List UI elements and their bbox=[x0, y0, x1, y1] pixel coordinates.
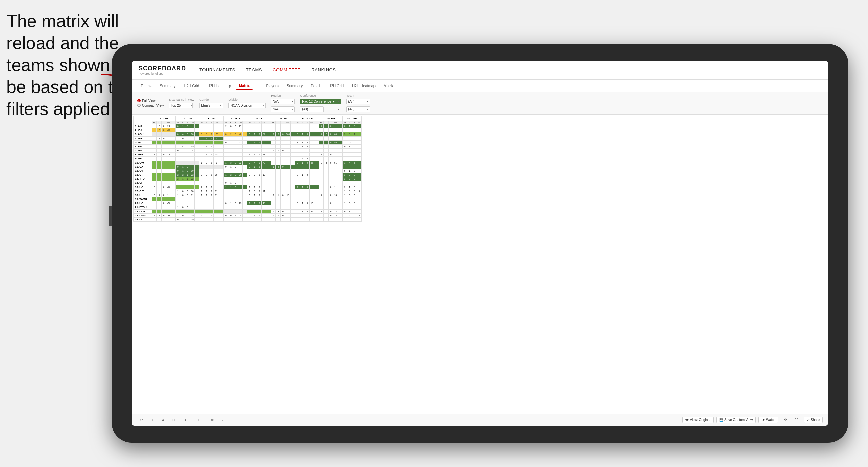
row-label: 13. UT bbox=[134, 173, 152, 177]
max-teams-select[interactable]: Top 25 Top 10 Top 50 bbox=[169, 103, 193, 108]
matrix-cell bbox=[214, 205, 219, 210]
matrix-cell bbox=[262, 145, 266, 149]
matrix-cell bbox=[347, 218, 352, 222]
matrix-cell bbox=[352, 137, 357, 141]
matrix-cell: 2 bbox=[224, 124, 228, 128]
matrix-cell bbox=[238, 205, 243, 210]
matrix-cell: 0 bbox=[257, 141, 262, 145]
sub-nav-detail[interactable]: Detail bbox=[307, 82, 323, 89]
conference-select[interactable]: Pac-12 Conference ▼ (All) bbox=[300, 99, 341, 104]
matrix-cell bbox=[314, 185, 319, 189]
matrix-area[interactable]: 3. ASU 10. UW 11. UA 22. UCB 24. UO 27. … bbox=[132, 115, 828, 414]
sub-nav-player-matrix[interactable]: Matrix bbox=[380, 82, 397, 89]
tablet-button bbox=[109, 206, 112, 226]
watch-btn[interactable]: 👁 Watch bbox=[758, 417, 778, 423]
matrix-cell: 1 bbox=[204, 193, 209, 197]
sub-nav-teams[interactable]: Teams bbox=[137, 82, 155, 89]
matrix-cell: 11 bbox=[214, 189, 219, 193]
view-original-btn[interactable]: 👁 View: Original bbox=[682, 417, 714, 423]
region-select2[interactable]: N/A bbox=[271, 106, 295, 112]
matrix-cell: 0 bbox=[162, 201, 166, 205]
matrix-cell bbox=[233, 137, 238, 141]
conference-label: Conference bbox=[300, 94, 341, 97]
radio-compact-view[interactable]: Compact View bbox=[137, 104, 164, 107]
matrix-cell bbox=[357, 137, 362, 141]
settings-btn[interactable]: ⚙ bbox=[781, 417, 790, 423]
sub-nav-player-h2h-heatmap[interactable]: H2H Heatmap bbox=[348, 82, 379, 89]
radio-full-view[interactable]: Full View bbox=[137, 99, 164, 103]
matrix-cell bbox=[333, 181, 338, 185]
matrix-cell bbox=[266, 149, 271, 153]
sub-nav-players[interactable]: Players bbox=[263, 82, 282, 89]
matrix-cell: 0 bbox=[352, 185, 357, 189]
sub-nav-summary[interactable]: Summary bbox=[156, 82, 179, 89]
matrix-cell bbox=[343, 157, 347, 161]
zoom-out-btn[interactable]: ⊖ bbox=[180, 417, 189, 423]
team-select[interactable]: (All) bbox=[346, 99, 370, 104]
matrix-cell bbox=[262, 197, 266, 201]
matrix-cell bbox=[329, 197, 333, 201]
matrix-cell bbox=[176, 128, 180, 132]
gender-select[interactable]: Men's Women's bbox=[199, 103, 223, 108]
matrix-cell: 0 bbox=[185, 145, 190, 149]
matrix-cell: 1 bbox=[300, 161, 305, 165]
matrix-cell bbox=[243, 169, 247, 173]
matrix-cell bbox=[281, 173, 285, 177]
filter-bar: Full View Compact View Max teams in view… bbox=[132, 92, 828, 115]
matrix-cell bbox=[319, 149, 324, 153]
matrix-cell: 15 bbox=[214, 153, 219, 157]
sub-nav-h2h-heatmap[interactable]: H2H Heatmap bbox=[204, 82, 234, 89]
share-btn[interactable]: ↗ Share bbox=[804, 417, 823, 423]
matrix-cell bbox=[285, 153, 291, 157]
matrix-cell bbox=[157, 165, 162, 169]
matrix-cell bbox=[195, 153, 199, 157]
nav-rankings[interactable]: RANKINGS bbox=[311, 66, 336, 74]
matrix-cell bbox=[271, 177, 276, 181]
expand-btn[interactable]: ⛶ bbox=[792, 417, 801, 423]
matrix-cell bbox=[199, 181, 204, 185]
team-select2[interactable]: (All) bbox=[346, 106, 370, 112]
matrix-cell bbox=[329, 128, 333, 132]
matrix-cell: 12 bbox=[262, 173, 266, 177]
table-row: 22. UCB1300304401012010 bbox=[134, 210, 362, 214]
sub-nav-matrix[interactable]: Matrix bbox=[236, 82, 253, 90]
matrix-cell: 0 bbox=[305, 145, 310, 149]
zoom-in-btn[interactable]: ⊕ bbox=[208, 417, 216, 423]
matrix-cell bbox=[252, 149, 257, 153]
undo-btn[interactable]: ↩ bbox=[137, 417, 145, 423]
matrix-cell bbox=[257, 169, 262, 173]
matrix-cell: 0 bbox=[347, 201, 352, 205]
matrix-cell bbox=[209, 218, 214, 222]
nav-teams[interactable]: TEAMS bbox=[246, 66, 262, 74]
matrix-cell: 1 bbox=[319, 185, 324, 189]
sub-nav-player-summary[interactable]: Summary bbox=[283, 82, 306, 89]
matrix-cell bbox=[224, 128, 228, 132]
matrix-cell bbox=[243, 193, 247, 197]
zoom-fit-btn[interactable]: ⊡ bbox=[170, 417, 178, 423]
region-select[interactable]: N/A bbox=[271, 99, 295, 104]
nav-committee[interactable]: COMMITTEE bbox=[273, 66, 301, 74]
matrix-cell: 1 bbox=[204, 153, 209, 157]
division-select[interactable]: NCAA Division I NCAA Division II bbox=[228, 103, 266, 108]
matrix-cell: 0 bbox=[224, 141, 228, 145]
matrix-cell bbox=[195, 177, 199, 181]
matrix-cell bbox=[338, 193, 343, 197]
save-custom-btn[interactable]: 💾 Save Custom View bbox=[716, 417, 756, 423]
timer-btn[interactable]: ⏱ bbox=[219, 417, 228, 423]
matrix-cell bbox=[347, 149, 352, 153]
table-row: 4. UNC1001000100 bbox=[134, 137, 362, 141]
sub-nav-h2h-grid[interactable]: H2H Grid bbox=[180, 82, 202, 89]
nav-tournaments[interactable]: TOURNAMENTS bbox=[199, 66, 235, 74]
refresh-btn[interactable]: ↺ bbox=[159, 417, 167, 423]
matrix-cell: 0 bbox=[185, 193, 190, 197]
matrix-cell: 0 bbox=[233, 181, 238, 185]
matrix-cell bbox=[162, 141, 166, 145]
matrix-cell: 0 bbox=[180, 214, 185, 218]
matrix-cell bbox=[228, 153, 233, 157]
redo-btn[interactable]: ↪ bbox=[148, 417, 156, 423]
conference-select2[interactable]: (All) bbox=[300, 106, 324, 112]
sub-nav-player-h2h-grid[interactable]: H2H Grid bbox=[325, 82, 347, 89]
matrix-cell bbox=[171, 210, 176, 214]
matrix-cell bbox=[319, 157, 324, 161]
matrix-cell bbox=[338, 210, 343, 214]
